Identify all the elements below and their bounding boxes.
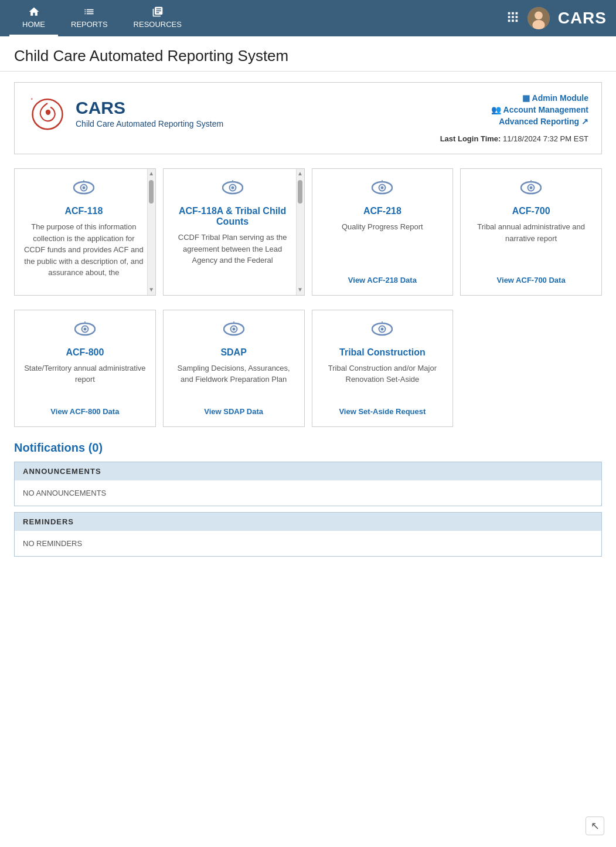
eye-icon [223, 321, 244, 337]
svg-point-19 [381, 187, 384, 189]
navbar: HOME REPORTS RESOURCES [0, 0, 616, 36]
account-management-link[interactable]: 👥 Account Management [440, 105, 588, 114]
notif-body-announcements: NO ANNOUNCEMENTS [15, 480, 601, 506]
card-desc-acf-118a: CCDF Tribal Plan serving as the agreemen… [172, 232, 294, 266]
eye-icon [73, 179, 94, 196]
nav-app-name: CARS [558, 9, 607, 28]
hero-card: * CARS Child Care Automated Reporting Sy… [14, 82, 602, 154]
card-link-acf-700[interactable]: View ACF-700 Data [497, 276, 566, 284]
external-link-icon: ↗ [581, 117, 588, 126]
report-card-acf-118[interactable]: ACF-118The purpose of this information c… [14, 168, 156, 296]
nav-right: CARS [506, 7, 607, 29]
card-link-tribal-construction[interactable]: View Set-Aside Request [339, 407, 426, 416]
report-card-acf-118a[interactable]: ACF-118A & Tribal Child CountsCCDF Triba… [163, 168, 305, 296]
notif-body-reminders: NO REMINDERS [15, 531, 601, 556]
reports-icon [83, 6, 95, 18]
card-scrollbar-acf-118[interactable]: ▲▼ [147, 169, 155, 295]
empty-cell [460, 310, 602, 427]
card-desc-acf-700: Tribal annual administrative and narrati… [469, 221, 593, 244]
svg-point-2 [532, 20, 544, 29]
notif-block-announcements: ANNOUNCEMENTS NO ANNOUNCEMENTS [14, 462, 602, 506]
report-card-acf-700[interactable]: ACF-700Tribal annual administrative and … [460, 168, 602, 296]
admin-module-link[interactable]: ▦ Admin Module [440, 93, 588, 103]
card-link-acf-218[interactable]: View ACF-218 Data [348, 276, 417, 284]
nav-left: HOME REPORTS RESOURCES [9, 0, 195, 36]
nav-item-reports[interactable]: REPORTS [58, 0, 121, 36]
cars-logo-icon: * [28, 93, 67, 133]
card-eye-icon-acf-218 [372, 179, 393, 200]
eye-icon [222, 179, 243, 196]
avatar[interactable] [527, 7, 550, 29]
card-title-acf-218: ACF-218 [363, 206, 401, 216]
card-desc-acf-218: Quality Progress Report [342, 221, 423, 233]
hero-logo: * CARS Child Care Automated Reporting Sy… [28, 93, 440, 133]
nav-item-home[interactable]: HOME [9, 0, 58, 36]
svg-point-7 [82, 187, 85, 189]
report-card-acf-218[interactable]: ACF-218Quality Progress ReportView ACF-2… [312, 168, 454, 296]
eye-icon [372, 321, 393, 337]
svg-point-31 [83, 327, 86, 330]
card-desc-sdap: Sampling Decisions, Assurances, and Fiel… [172, 362, 296, 385]
report-card-tribal-construction[interactable]: Tribal ConstructionTribal Construction a… [312, 310, 454, 427]
card-desc-tribal-construction: Tribal Construction and/or Major Renovat… [321, 362, 445, 385]
grid-small-icon: ▦ [522, 93, 530, 103]
notifications-title: Notifications (0) [14, 441, 602, 455]
hero-brand-name: CARS [76, 98, 223, 118]
card-desc-acf-800: State/Territory annual administrative re… [23, 362, 147, 385]
last-login: Last Login Time: 11/18/2024 7:32 PM EST [440, 134, 588, 143]
card-eye-icon-acf-118a [222, 179, 243, 200]
card-eye-icon-sdap [223, 321, 244, 341]
resources-icon [152, 6, 164, 18]
svg-point-25 [530, 187, 533, 189]
card-title-acf-800: ACF-800 [66, 347, 104, 358]
eye-icon [520, 179, 542, 196]
users-icon: 👥 [491, 105, 501, 114]
card-eye-icon-acf-118 [73, 179, 94, 200]
card-title-tribal-construction: Tribal Construction [339, 347, 426, 358]
last-login-label: Last Login Time: [440, 134, 501, 143]
card-title-sdap: SDAP [220, 347, 246, 358]
grid-icon[interactable] [506, 11, 519, 26]
eye-icon [74, 321, 96, 337]
card-link-acf-800[interactable]: View ACF-800 Data [50, 407, 119, 416]
nav-label-reports: REPORTS [71, 20, 108, 29]
report-cards-row1: ACF-118The purpose of this information c… [14, 168, 602, 296]
card-title-acf-118: ACF-118 [64, 206, 103, 216]
svg-point-1 [535, 12, 543, 20]
card-link-sdap[interactable]: View SDAP Data [204, 407, 263, 416]
notifications-section: Notifications (0) ANNOUNCEMENTS NO ANNOU… [14, 441, 602, 557]
card-eye-icon-tribal-construction [372, 321, 393, 341]
nav-label-home: HOME [22, 20, 45, 29]
last-login-value: 11/18/2024 7:32 PM EST [503, 134, 588, 143]
hero-brand-subtitle: Child Care Automated Reporting System [76, 119, 223, 128]
page-title: Child Care Automated Reporting System [0, 36, 616, 72]
advanced-reporting-link[interactable]: Advanced Reporting ↗ [440, 117, 588, 126]
notif-header-announcements: ANNOUNCEMENTS [15, 462, 601, 480]
svg-point-43 [381, 327, 384, 330]
nav-item-resources[interactable]: RESOURCES [121, 0, 195, 36]
card-scrollbar-acf-118a[interactable]: ▲▼ [296, 169, 304, 295]
svg-text:*: * [30, 97, 33, 103]
card-eye-icon-acf-800 [74, 321, 96, 341]
eye-icon [372, 179, 393, 196]
notif-header-reminders: REMINDERS [15, 513, 601, 531]
card-title-acf-700: ACF-700 [512, 206, 550, 216]
report-card-sdap[interactable]: SDAPSampling Decisions, Assurances, and … [163, 310, 305, 427]
card-title-acf-118a: ACF-118A & Tribal Child Counts [172, 206, 294, 227]
notif-block-reminders: REMINDERS NO REMINDERS [14, 512, 602, 557]
home-icon [28, 6, 40, 18]
svg-point-37 [232, 327, 235, 330]
card-desc-acf-118: The purpose of this information collecti… [23, 221, 145, 279]
hero-right: ▦ Admin Module 👥 Account Management Adva… [440, 93, 588, 143]
svg-point-13 [231, 187, 234, 189]
nav-label-resources: RESOURCES [134, 20, 182, 29]
card-eye-icon-acf-700 [520, 179, 542, 200]
report-cards-row2: ACF-800State/Territory annual administra… [14, 310, 602, 427]
report-card-acf-800[interactable]: ACF-800State/Territory annual administra… [14, 310, 156, 427]
